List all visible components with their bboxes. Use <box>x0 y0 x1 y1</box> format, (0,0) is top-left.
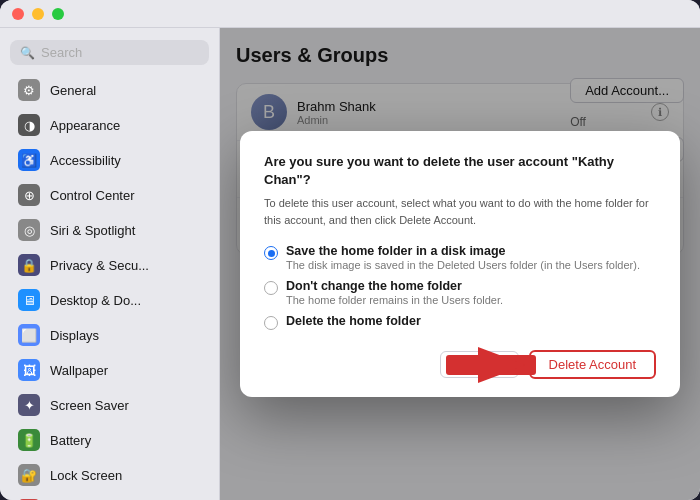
wallpaper-icon: 🖼 <box>18 359 40 381</box>
sidebar-item-displays[interactable]: ⬜ Displays <box>6 318 213 352</box>
sidebar-item-appearance[interactable]: ◑ Appearance <box>6 108 213 142</box>
sidebar-label-accessibility: Accessibility <box>50 153 121 168</box>
sidebar-label-screensaver: Screen Saver <box>50 398 129 413</box>
close-button[interactable] <box>12 8 24 20</box>
sidebar-label-siri: Siri & Spotlight <box>50 223 135 238</box>
sidebar-item-screensaver[interactable]: ✦ Screen Saver <box>6 388 213 422</box>
accessibility-icon: ♿ <box>18 149 40 171</box>
minimize-button[interactable] <box>32 8 44 20</box>
sidebar-label-privacy: Privacy & Secu... <box>50 258 149 273</box>
siri-icon: ◎ <box>18 219 40 241</box>
radio-circle-dont-change <box>264 281 278 295</box>
displays-icon: ⬜ <box>18 324 40 346</box>
sidebar-item-control-center[interactable]: ⊕ Control Center <box>6 178 213 212</box>
radio-sublabel-save-disk: The disk image is saved in the Deleted U… <box>286 259 640 271</box>
sidebar-label-desktop: Desktop & Do... <box>50 293 141 308</box>
sidebar-label-control: Control Center <box>50 188 135 203</box>
sidebar-label-battery: Battery <box>50 433 91 448</box>
zoom-button[interactable] <box>52 8 64 20</box>
system-preferences-window: 🔍 Search ⚙ General ◑ Appearance ♿ Access… <box>0 0 700 500</box>
radio-text-dont-change: Don't change the home folder The home fo… <box>286 279 503 306</box>
sidebar-item-lock-screen[interactable]: 🔐 Lock Screen <box>6 458 213 492</box>
radio-dot-save-disk <box>268 250 275 257</box>
radio-label-save-disk: Save the home folder in a disk image <box>286 244 640 258</box>
sidebar-item-wallpaper[interactable]: 🖼 Wallpaper <box>6 353 213 387</box>
privacy-icon: 🔒 <box>18 254 40 276</box>
radio-circle-delete-folder <box>264 316 278 330</box>
battery-icon: 🔋 <box>18 429 40 451</box>
radio-label-delete-folder: Delete the home folder <box>286 314 421 328</box>
radio-item-save-disk[interactable]: Save the home folder in a disk image The… <box>264 244 656 271</box>
sidebar-item-battery[interactable]: 🔋 Battery <box>6 423 213 457</box>
sidebar-label-lock: Lock Screen <box>50 468 122 483</box>
sidebar-item-accessibility[interactable]: ♿ Accessibility <box>6 143 213 177</box>
radio-text-delete-folder: Delete the home folder <box>286 314 421 328</box>
sidebar-item-general[interactable]: ⚙ General <box>6 73 213 107</box>
dialog-overlay: Are you sure you want to delete the user… <box>220 28 700 500</box>
sidebar-item-privacy[interactable]: 🔒 Privacy & Secu... <box>6 248 213 282</box>
sidebar: 🔍 Search ⚙ General ◑ Appearance ♿ Access… <box>0 28 220 500</box>
dialog-buttons: Cancel <box>264 350 656 379</box>
arrow-decoration <box>446 347 546 383</box>
search-box[interactable]: 🔍 Search <box>10 40 209 65</box>
radio-group: Save the home folder in a disk image The… <box>264 244 656 330</box>
dialog-title: Are you sure you want to delete the user… <box>264 153 656 189</box>
sidebar-item-siri[interactable]: ◎ Siri & Spotlight <box>6 213 213 247</box>
sidebar-label-appearance: Appearance <box>50 118 120 133</box>
search-icon: 🔍 <box>20 46 35 60</box>
radio-item-dont-change[interactable]: Don't change the home folder The home fo… <box>264 279 656 306</box>
desktop-icon: 🖥 <box>18 289 40 311</box>
sidebar-item-desktop[interactable]: 🖥 Desktop & Do... <box>6 283 213 317</box>
sidebar-item-touchid[interactable]: ☞ Touch ID & Pass... <box>6 493 213 500</box>
radio-item-delete-folder[interactable]: Delete the home folder <box>264 314 656 330</box>
dialog-description: To delete this user account, select what… <box>264 195 656 228</box>
dialog: Are you sure you want to delete the user… <box>240 131 680 397</box>
lock-icon: 🔐 <box>18 464 40 486</box>
sidebar-label-general: General <box>50 83 96 98</box>
titlebar <box>0 0 700 28</box>
sidebar-label-displays: Displays <box>50 328 99 343</box>
control-icon: ⊕ <box>18 184 40 206</box>
screensaver-icon: ✦ <box>18 394 40 416</box>
search-placeholder: Search <box>41 45 82 60</box>
sidebar-label-wallpaper: Wallpaper <box>50 363 108 378</box>
radio-sublabel-dont-change: The home folder remains in the Users fol… <box>286 294 503 306</box>
radio-text-save-disk: Save the home folder in a disk image The… <box>286 244 640 271</box>
delete-account-button[interactable]: Delete Account <box>529 350 656 379</box>
radio-label-dont-change: Don't change the home folder <box>286 279 503 293</box>
general-icon: ⚙ <box>18 79 40 101</box>
radio-circle-save-disk <box>264 246 278 260</box>
content-area: Users & Groups B Brahm Shank Admin ℹ K K… <box>220 28 700 500</box>
appearance-icon: ◑ <box>18 114 40 136</box>
